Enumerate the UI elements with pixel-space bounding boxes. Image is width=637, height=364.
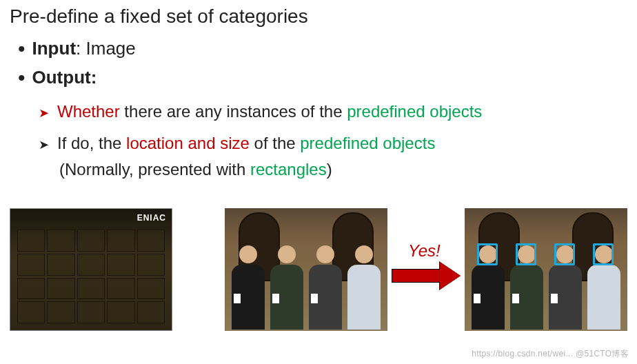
bullet-list: • Input: Image • Output: bbox=[0, 34, 637, 92]
slide-title: Pre-define a fixed set of categories bbox=[0, 0, 637, 34]
people-group bbox=[229, 241, 383, 331]
line2-mid: of the bbox=[250, 134, 300, 152]
sub-item-location: ➤ If do, the location and size of the pr… bbox=[39, 128, 637, 159]
input-colon: : bbox=[76, 38, 85, 59]
person bbox=[347, 245, 381, 331]
image-eniac: ENIAC No! bbox=[10, 208, 172, 331]
bullet-dot-icon: • bbox=[18, 68, 26, 88]
person bbox=[270, 245, 304, 331]
person bbox=[471, 245, 505, 331]
word-predefined-1: predefined objects bbox=[347, 102, 482, 121]
person bbox=[548, 245, 583, 331]
output-label: Output: bbox=[32, 63, 97, 92]
no-label: No! bbox=[63, 327, 86, 331]
word-rectangles: rectangles bbox=[250, 160, 327, 179]
input-label: Input bbox=[32, 38, 77, 59]
eniac-label: ENIAC bbox=[137, 213, 166, 223]
sub-item-whether: ➤ Whether there are any instances of the… bbox=[39, 96, 637, 128]
word-predefined-2: predefined objects bbox=[300, 134, 435, 152]
line3-pre: (Normally, presented with bbox=[59, 160, 250, 179]
image-row: ENIAC No! Yes! bbox=[10, 208, 627, 346]
sub-item-rectangles: (Normally, presented with rectangles) bbox=[0, 156, 637, 184]
line2-pre: If do, the bbox=[57, 134, 126, 152]
word-location-size: location and size bbox=[126, 134, 250, 152]
sub-list: ➤ Whether there are any instances of the… bbox=[0, 96, 637, 159]
face-detection-box bbox=[516, 243, 536, 265]
line3-post: ) bbox=[327, 160, 332, 179]
face-detection-box bbox=[477, 243, 498, 265]
face-detection-box bbox=[554, 243, 575, 265]
watermark: https://blog.csdn.net/wei... @51CTO博客 bbox=[472, 348, 629, 360]
eniac-panels bbox=[17, 230, 165, 323]
bullet-dot-icon: • bbox=[18, 39, 26, 59]
bullet-input: • Input: Image bbox=[18, 34, 637, 63]
face-detection-box bbox=[593, 243, 614, 265]
person bbox=[587, 245, 621, 331]
people-group bbox=[469, 241, 623, 331]
line1-rest: there are any instances of the bbox=[120, 102, 347, 121]
image-group-detected bbox=[465, 208, 627, 331]
triangle-bullet-icon: ➤ bbox=[39, 107, 49, 119]
person bbox=[509, 245, 544, 331]
arrow-icon bbox=[392, 262, 463, 290]
person bbox=[231, 245, 265, 331]
input-value: Image bbox=[86, 38, 136, 59]
person bbox=[308, 245, 343, 331]
image-group-plain bbox=[225, 208, 387, 331]
bullet-output: • Output: bbox=[18, 63, 637, 92]
triangle-bullet-icon: ➤ bbox=[39, 139, 49, 151]
yes-label: Yes! bbox=[408, 241, 441, 261]
word-whether: Whether bbox=[57, 102, 120, 121]
